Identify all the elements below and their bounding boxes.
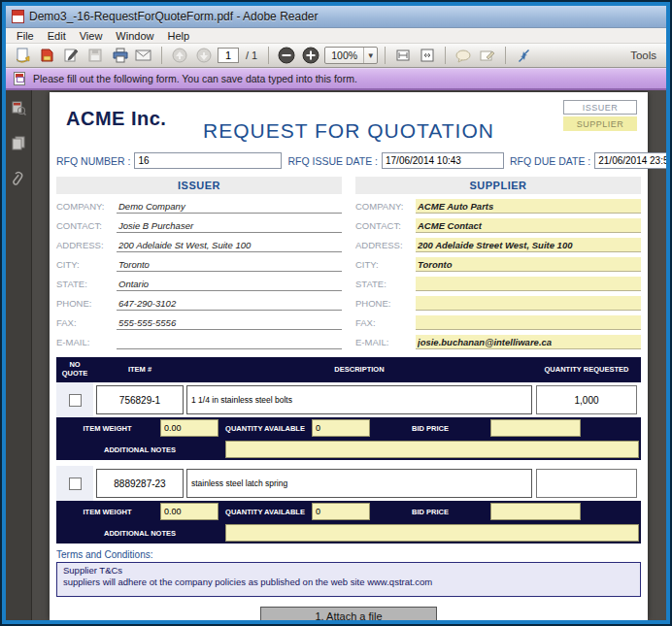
sign-icon[interactable]	[60, 46, 82, 65]
issuer-fax-label: FAX:	[56, 317, 117, 330]
menu-file[interactable]: File	[10, 30, 41, 42]
supplier-fax-label: FAX:	[355, 317, 416, 330]
qty-available-label-2: QUANTITY AVAILABLE	[220, 501, 310, 522]
page-number-input[interactable]	[218, 48, 239, 63]
menu-help[interactable]: Help	[160, 30, 196, 42]
bid-price-label-1: BID PRICE	[372, 417, 488, 439]
description-column-header: DESCRIPTION	[186, 357, 532, 382]
highlight-icon[interactable]	[477, 46, 498, 65]
qty-available-field-2[interactable]	[312, 503, 370, 520]
item-description-field-1	[186, 385, 532, 414]
supplier-view-button[interactable]: SUPPLIER	[563, 116, 637, 131]
issuer-company-field	[117, 199, 342, 214]
rfq-due-date-field[interactable]	[594, 152, 666, 169]
item-weight-field-2[interactable]	[160, 503, 218, 520]
form-message-text: Please fill out the following form. You …	[33, 73, 357, 84]
rfq-number-label: RFQ NUMBER :	[56, 155, 130, 167]
additional-notes-field-1[interactable]	[225, 441, 639, 458]
zoom-level-select[interactable]: 100% ▼	[324, 47, 378, 64]
comment-icon[interactable]	[453, 46, 474, 65]
issuer-city-label: CITY:	[56, 259, 117, 272]
item-detail-band-1: ITEM WEIGHT QUANTITY AVAILABLE BID PRICE	[56, 417, 641, 439]
scrolling-mode-icon[interactable]	[392, 46, 414, 65]
supplier-contact-field[interactable]	[416, 218, 641, 233]
menu-bar: File Edit View Window Help	[6, 28, 666, 44]
issuer-email-field	[117, 335, 342, 349]
attachments-icon[interactable]	[11, 170, 26, 191]
item-weight-field-1[interactable]	[160, 419, 218, 437]
no-quote-checkbox-2[interactable]	[69, 478, 82, 490]
supplier-address-field[interactable]	[416, 238, 641, 252]
item-notes-row-2: ADDITIONAL NOTES	[56, 522, 641, 544]
print-icon[interactable]	[109, 46, 130, 65]
qty-requested-column-header: QUANTITY REQUESTED	[532, 357, 641, 382]
issuer-section: ISSUER COMPANY: CONTACT: ADDRESS: CITY: …	[56, 177, 342, 349]
issuer-fax-field	[117, 315, 342, 330]
form-header: ACME Inc. REQUEST FOR QUOTATION ISSUER S…	[56, 100, 641, 148]
terms-box: Supplier T&Cs suppliers will adhere ot t…	[56, 562, 641, 597]
issuer-contact-field	[117, 218, 342, 233]
previous-page-icon[interactable]	[169, 46, 190, 65]
adobe-reader-window: Demo3_-16-RequestForQuoteForm.pdf - Adob…	[0, 0, 672, 626]
item-detail-band-2: ITEM WEIGHT QUANTITY AVAILABLE BID PRICE	[56, 501, 641, 522]
toolbar: / 1 100% ▼	[6, 44, 666, 68]
qty-available-label-1: QUANTITY AVAILABLE	[220, 417, 310, 439]
rfq-due-date-label: RFQ DUE DATE :	[510, 155, 590, 167]
qty-available-field-1[interactable]	[312, 419, 370, 437]
supplier-state-label: STATE:	[355, 279, 416, 291]
additional-notes-label-2: ADDITIONAL NOTES	[56, 522, 223, 544]
issuer-phone-field	[117, 296, 342, 311]
supplier-company-field[interactable]	[416, 199, 641, 214]
title-bar: Demo3_-16-RequestForQuoteForm.pdf - Adob…	[6, 6, 666, 28]
supplier-phone-label: PHONE:	[355, 298, 416, 311]
additional-notes-label-1: ADDITIONAL NOTES	[56, 439, 223, 460]
issuer-state-label: STATE:	[56, 279, 117, 291]
fit-page-icon[interactable]	[417, 46, 438, 65]
supplier-section: SUPPLIER COMPANY: CONTACT: ADDRESS: CITY…	[355, 177, 641, 349]
fullscreen-icon[interactable]	[513, 46, 534, 65]
supplier-city-field[interactable]	[416, 257, 641, 272]
issuer-contact-label: CONTACT:	[56, 220, 117, 233]
issuer-section-header: ISSUER	[56, 177, 342, 194]
rfq-number-field[interactable]	[134, 152, 282, 169]
supplier-address-label: ADDRESS:	[355, 240, 416, 252]
supplier-contact-label: CONTACT:	[355, 220, 416, 233]
supplier-section-header: SUPPLIER	[355, 177, 641, 194]
additional-notes-field-2[interactable]	[225, 524, 639, 542]
terms-line-2: suppliers will adhere ot the company pol…	[63, 577, 634, 588]
bid-price-field-1[interactable]	[490, 419, 581, 437]
no-quote-checkbox-1[interactable]	[69, 394, 82, 407]
issuer-city-field	[117, 257, 342, 272]
item-notes-row-1: ADDITIONAL NOTES	[56, 439, 641, 460]
supplier-fax-field[interactable]	[416, 315, 641, 330]
open-file-icon[interactable]	[12, 46, 33, 65]
item-column-header: ITEM #	[93, 357, 186, 382]
item-number-field-1	[96, 385, 184, 414]
tools-button[interactable]: Tools	[630, 49, 660, 61]
rfq-issue-date-field[interactable]	[382, 152, 504, 169]
menu-window[interactable]: Window	[109, 30, 160, 42]
pages-icon[interactable]	[11, 135, 26, 154]
rfq-issue-date-label: RFQ ISSUE DATE :	[287, 155, 378, 167]
menu-edit[interactable]: Edit	[41, 30, 73, 42]
issuer-email-label: E-MAIL:	[56, 337, 117, 349]
supplier-phone-field[interactable]	[416, 296, 641, 311]
zoom-in-icon[interactable]	[300, 46, 321, 65]
item-number-field-2	[96, 469, 184, 498]
next-page-icon[interactable]	[193, 46, 215, 65]
page-thumbnails-icon[interactable]	[11, 100, 26, 119]
item-weight-label-1: ITEM WEIGHT	[56, 417, 158, 439]
bid-price-label-2: BID PRICE	[372, 501, 488, 522]
zoom-out-icon[interactable]	[276, 46, 297, 65]
email-icon[interactable]	[133, 46, 154, 65]
supplier-state-field[interactable]	[416, 277, 641, 291]
menu-view[interactable]: View	[73, 30, 110, 42]
bid-price-field-2[interactable]	[490, 503, 581, 520]
save-icon[interactable]	[84, 46, 106, 65]
attach-file-button[interactable]: 1. Attach a file	[260, 607, 437, 620]
issuer-view-button[interactable]: ISSUER	[563, 100, 637, 115]
supplier-email-field[interactable]	[416, 335, 641, 349]
save-copy-icon[interactable]	[36, 46, 57, 65]
no-quote-column-header: NO QUOTE	[56, 357, 93, 382]
issuer-phone-label: PHONE:	[56, 298, 117, 311]
